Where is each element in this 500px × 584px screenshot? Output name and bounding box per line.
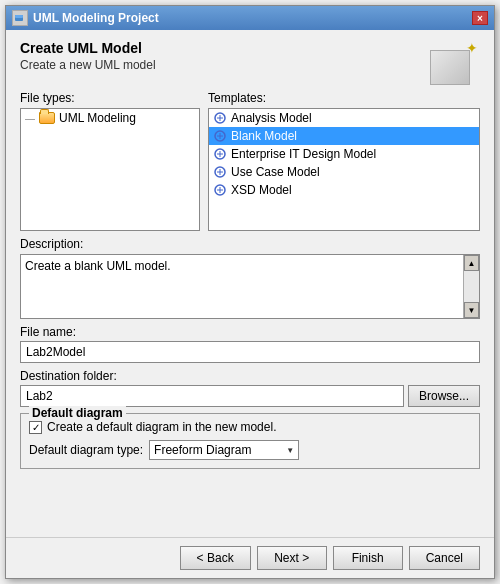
header-text: Create UML Model Create a new UML model — [20, 40, 156, 76]
finish-button[interactable]: Finish — [333, 546, 403, 570]
group-legend: Default diagram — [29, 406, 126, 420]
header-icon: ✦ — [430, 40, 480, 85]
diagram-type-select[interactable]: Freeform Diagram ▼ — [149, 440, 299, 460]
button-bar: < Back Next > Finish Cancel — [6, 537, 494, 578]
templates-section: Templates: Analysis Model Blank Model — [208, 91, 480, 231]
checkbox-check: ✓ — [32, 422, 40, 433]
file-name-input[interactable] — [20, 341, 480, 363]
tree-dash: — — [25, 113, 35, 124]
folder-icon — [39, 112, 55, 124]
uml-icon-enterprise — [213, 147, 227, 161]
uml-icon-blank — [213, 129, 227, 143]
scroll-up-btn[interactable]: ▲ — [464, 255, 479, 271]
template-usecase-label: Use Case Model — [231, 165, 320, 179]
back-button[interactable]: < Back — [180, 546, 251, 570]
uml-icon-xsd — [213, 183, 227, 197]
template-blank-label: Blank Model — [231, 129, 297, 143]
template-xsd-label: XSD Model — [231, 183, 292, 197]
file-name-section: File name: — [20, 325, 480, 363]
next-button[interactable]: Next > — [257, 546, 327, 570]
destination-input[interactable] — [20, 385, 404, 407]
dialog-content: Create UML Model Create a new UML model … — [6, 30, 494, 537]
diagram-type-row: Default diagram type: Freeform Diagram ▼ — [29, 440, 471, 460]
templates-list[interactable]: Analysis Model Blank Model Enterprise IT… — [208, 108, 480, 231]
title-bar-left: UML Modeling Project — [12, 10, 159, 26]
svg-rect-1 — [15, 15, 23, 18]
file-types-section: File types: — UML Modeling — [20, 91, 200, 231]
uml-icon-analysis — [213, 111, 227, 125]
file-name-label: File name: — [20, 325, 480, 339]
type-template-section: File types: — UML Modeling Templates: — [20, 91, 480, 231]
template-blank[interactable]: Blank Model — [209, 127, 479, 145]
browse-button[interactable]: Browse... — [408, 385, 480, 407]
file-type-label: UML Modeling — [59, 111, 136, 125]
diagram-type-label: Default diagram type: — [29, 443, 143, 457]
uml-icon-usecase — [213, 165, 227, 179]
page-title: Create UML Model — [20, 40, 156, 56]
description-box: Create a blank UML model. ▲ ▼ — [20, 254, 480, 319]
select-arrow-icon: ▼ — [286, 446, 294, 455]
file-types-list[interactable]: — UML Modeling — [20, 108, 200, 231]
checkbox-row: ✓ Create a default diagram in the new mo… — [29, 420, 471, 434]
destination-section: Destination folder: Browse... — [20, 369, 480, 407]
window-graphic — [430, 50, 470, 85]
cancel-button[interactable]: Cancel — [409, 546, 480, 570]
template-analysis[interactable]: Analysis Model — [209, 109, 479, 127]
header-area: Create UML Model Create a new UML model … — [20, 40, 480, 85]
templates-label: Templates: — [208, 91, 480, 105]
file-type-uml-modeling[interactable]: — UML Modeling — [21, 109, 199, 127]
description-section: Description: Create a blank UML model. ▲… — [20, 237, 480, 319]
diagram-type-value: Freeform Diagram — [154, 443, 251, 457]
destination-label: Destination folder: — [20, 369, 480, 383]
description-label: Description: — [20, 237, 480, 251]
template-usecase[interactable]: Use Case Model — [209, 163, 479, 181]
scroll-track — [464, 271, 479, 302]
checkbox-label: Create a default diagram in the new mode… — [47, 420, 276, 434]
page-subtitle: Create a new UML model — [20, 58, 156, 72]
close-button[interactable]: × — [472, 11, 488, 25]
window-icon — [12, 10, 28, 26]
template-analysis-label: Analysis Model — [231, 111, 312, 125]
template-enterprise-label: Enterprise IT Design Model — [231, 147, 376, 161]
window-title: UML Modeling Project — [33, 11, 159, 25]
title-bar: UML Modeling Project × — [6, 6, 494, 30]
template-enterprise[interactable]: Enterprise IT Design Model — [209, 145, 479, 163]
destination-row: Browse... — [20, 385, 480, 407]
template-xsd[interactable]: XSD Model — [209, 181, 479, 199]
create-diagram-checkbox[interactable]: ✓ — [29, 421, 42, 434]
description-scrollbar[interactable]: ▲ ▼ — [463, 255, 479, 318]
file-types-label: File types: — [20, 91, 200, 105]
description-text: Create a blank UML model. — [21, 255, 463, 318]
scroll-down-btn[interactable]: ▼ — [464, 302, 479, 318]
default-diagram-group: Default diagram ✓ Create a default diagr… — [20, 413, 480, 469]
main-window: UML Modeling Project × Create UML Model … — [5, 5, 495, 579]
